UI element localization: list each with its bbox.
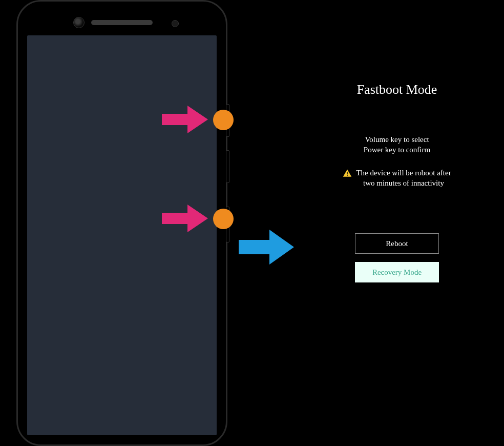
- svg-rect-1: [347, 175, 348, 176]
- warning-line-1: The device will be roboot after: [356, 169, 451, 177]
- volume-down-button: [226, 150, 229, 183]
- reboot-button-label: Reboot: [386, 239, 408, 248]
- recovery-mode-button[interactable]: Recovery Mode: [355, 262, 439, 282]
- recovery-button-label: Recovery Mode: [372, 268, 422, 277]
- instruction-line-1: Volume key to select: [312, 134, 481, 145]
- button-press-marker: [213, 209, 234, 229]
- button-press-marker: [213, 110, 234, 130]
- phone-screen: [27, 35, 217, 435]
- fastboot-warning: The device will be roboot after two minu…: [312, 168, 481, 189]
- instruction-line-2: Power key to confirm: [312, 145, 481, 155]
- warning-text: The device will be roboot after two minu…: [356, 168, 451, 189]
- fastboot-instructions: Volume key to select Power key to confir…: [312, 134, 481, 155]
- warning-triangle-icon: [343, 169, 352, 178]
- phone-mockup: [16, 0, 227, 446]
- proximity-sensor-icon: [172, 20, 179, 27]
- svg-rect-0: [347, 172, 348, 174]
- front-camera-icon: [73, 17, 85, 28]
- earpiece-speaker-icon: [91, 20, 153, 25]
- phone-bezel-top: [18, 2, 226, 35]
- fastboot-title: Fastboot Mode: [312, 82, 481, 97]
- fastboot-panel: Fastboot Mode Volume key to select Power…: [312, 82, 481, 291]
- leads-to-arrow-icon: [239, 230, 294, 265]
- reboot-button[interactable]: Reboot: [355, 233, 439, 254]
- warning-line-2: two minutes of innactivity: [363, 179, 444, 187]
